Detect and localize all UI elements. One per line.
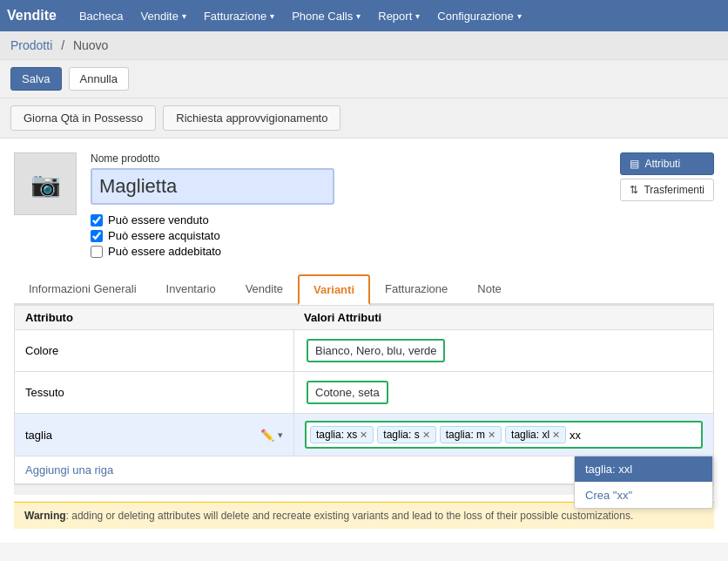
add-row-link[interactable]: Aggiungi una riga (15, 456, 124, 483)
nav-vendite[interactable]: Vendite ▾ (132, 0, 195, 31)
col-attributo-header: Attributo (25, 311, 304, 324)
values-colore-text: Bianco, Nero, blu, verde (307, 339, 445, 362)
checkbox-venduto-input[interactable] (91, 214, 103, 226)
tab-informazioni[interactable]: Informazioni Generali (14, 274, 152, 305)
warning-text: : adding or deleting attributes will del… (66, 510, 634, 522)
edit-icon[interactable]: ✏️ (260, 429, 274, 442)
remove-tag-xl[interactable]: ✕ (552, 429, 560, 441)
action-bar: Giorna Qtà in Possesso Richiesta approvv… (0, 98, 728, 139)
checkbox-addebitato-label: Può essere addebitato (108, 245, 221, 258)
tab-varianti[interactable]: Varianti (298, 274, 370, 305)
save-button[interactable]: Salva (10, 67, 62, 91)
tab-vendite[interactable]: Vendite (231, 274, 298, 305)
trasferimenti-button[interactable]: ⇅ Trasferimenti (620, 179, 714, 201)
suggestion-taglia-xxl[interactable]: taglia: xxl (575, 456, 712, 482)
chevron-down-icon: ▾ (270, 11, 274, 21)
nav-fatturazione[interactable]: Fatturazione ▾ (195, 0, 283, 31)
checkbox-acquistato-input[interactable] (91, 230, 103, 242)
checkbox-venduto-label: Può essere venduto (108, 213, 209, 226)
tabs-bar: Informazioni Generali Inventario Vendite… (14, 274, 714, 305)
product-name-input[interactable] (91, 168, 334, 205)
tag-xs: taglia: xs ✕ (310, 426, 374, 443)
side-buttons: ▤ Attributi ⇅ Trasferimenti (620, 152, 714, 260)
suggestion-create-xx[interactable]: Crea "xx" (575, 482, 712, 508)
checkbox-addebitato: Può essere addebitato (91, 245, 606, 258)
chevron-down-icon[interactable]: ▾ (278, 429, 283, 441)
nav-phone-calls[interactable]: Phone Calls ▾ (283, 0, 369, 31)
attributi-button[interactable]: ▤ Attributi (620, 152, 714, 175)
camera-icon: 📷 (30, 170, 61, 199)
attributo-taglia-cell[interactable]: taglia ✏️ ▾ (15, 422, 293, 449)
transfer-icon: ⇅ (630, 184, 638, 196)
breadcrumb-separator: / (61, 38, 64, 52)
tab-fatturazione[interactable]: Fatturazione (370, 274, 462, 305)
product-name-label: Nome prodotto (91, 152, 606, 165)
table-row: Tessuto Cotone, seta (15, 372, 713, 414)
richiesta-button[interactable]: Richiesta approvvigionamento (163, 105, 340, 131)
product-image[interactable]: 📷 (14, 152, 77, 215)
giorna-qty-button[interactable]: Giorna Qtà in Possesso (10, 105, 156, 131)
breadcrumb: Prodotti / Nuovo (0, 31, 728, 60)
checkbox-venduto: Può essere venduto (91, 213, 606, 226)
checkboxes-group: Può essere venduto Può essere acquistato… (91, 213, 606, 258)
cancel-button[interactable]: Annulla (69, 67, 129, 91)
remove-tag-xs[interactable]: ✕ (360, 429, 367, 441)
tag-search-input[interactable] (570, 429, 698, 442)
values-taglia-cell: taglia: xs ✕ taglia: s ✕ taglia: m ✕ tag… (293, 414, 713, 456)
taglia-cell-content: taglia ✏️ ▾ (25, 429, 283, 442)
nav-report[interactable]: Report ▾ (369, 0, 428, 31)
tags-input-area[interactable]: taglia: xs ✕ taglia: s ✕ taglia: m ✕ tag… (305, 421, 703, 449)
chevron-down-icon: ▾ (517, 11, 522, 21)
remove-tag-s[interactable]: ✕ (422, 429, 430, 441)
chevron-down-icon: ▾ (415, 11, 420, 21)
top-navigation: Vendite Bacheca Vendite ▾ Fatturazione ▾… (0, 0, 728, 31)
remove-tag-m[interactable]: ✕ (488, 429, 495, 441)
table-row: Colore Bianco, Nero, blu, verde (15, 330, 713, 372)
form-toolbar: Salva Annulla (0, 60, 728, 98)
values-tessuto-text: Cotone, seta (307, 381, 388, 404)
tag-xl: taglia: xl ✕ (505, 426, 566, 443)
breadcrumb-current: Nuovo (73, 38, 108, 52)
nav-configurazione[interactable]: Configurazione ▾ (428, 0, 529, 31)
values-colore-cell: Bianco, Nero, blu, verde (293, 330, 713, 371)
product-details: Nome prodotto Può essere venduto Può ess… (91, 152, 606, 260)
attributo-colore-cell[interactable]: Colore (15, 337, 293, 364)
grid-icon: ▤ (630, 158, 639, 170)
chevron-down-icon: ▾ (356, 11, 361, 21)
warning-label: Warning (24, 510, 66, 522)
tag-m: taglia: m ✕ (440, 426, 502, 443)
checkbox-acquistato-label: Può essere acquistato (108, 229, 220, 242)
tab-inventario[interactable]: Inventario (152, 274, 231, 305)
attributes-table: Attributo Valori Attributi Colore Bianco… (14, 305, 714, 484)
product-form: 📷 Nome prodotto Può essere venduto Può e… (14, 152, 714, 260)
tab-note[interactable]: Note (462, 274, 516, 305)
main-content: 📷 Nome prodotto Può essere venduto Può e… (0, 139, 728, 543)
breadcrumb-parent[interactable]: Prodotti (10, 38, 52, 52)
checkbox-acquistato: Può essere acquistato (91, 229, 606, 242)
nav-bacheca[interactable]: Bacheca (71, 0, 132, 31)
table-row: taglia ✏️ ▾ taglia: xs ✕ taglia: s ✕ (15, 414, 713, 456)
suggestion-dropdown: taglia: xxl Crea "xx" (574, 456, 713, 509)
chevron-down-icon: ▾ (182, 11, 186, 21)
table-header: Attributo Valori Attributi (15, 306, 713, 330)
attributo-tessuto-cell[interactable]: Tessuto (15, 379, 293, 406)
col-values-header: Valori Attributi (304, 311, 703, 324)
brand-logo: Vendite (7, 8, 57, 24)
values-tessuto-cell: Cotone, seta (293, 372, 713, 413)
tag-s: taglia: s ✕ (377, 426, 435, 443)
checkbox-addebitato-input[interactable] (91, 246, 103, 258)
